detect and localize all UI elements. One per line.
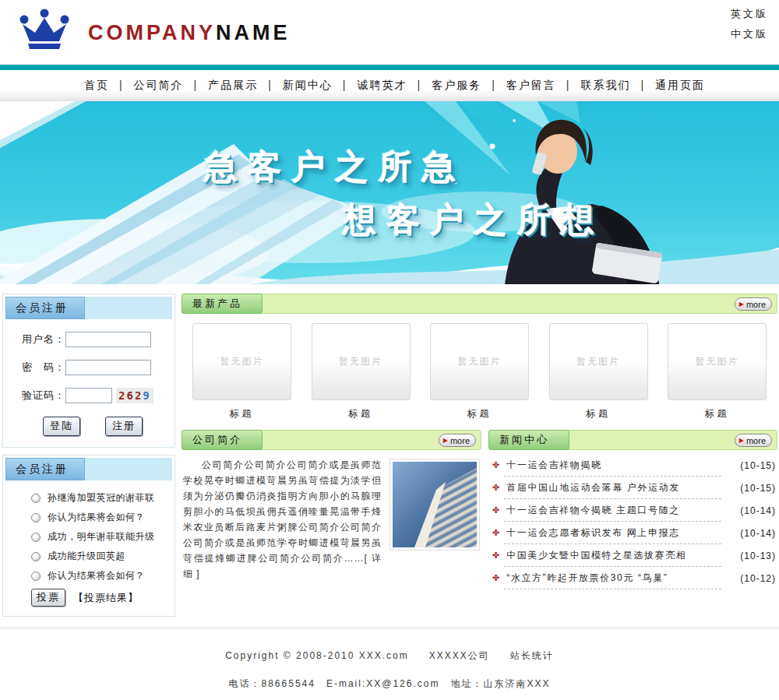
- news-title-link[interactable]: “水立方”昨起开放票价30元 “鸟巢”: [506, 572, 737, 585]
- lower-sections: 公司简介 ▶ more: [182, 430, 777, 589]
- poll-box-title: 会员注册: [5, 458, 85, 480]
- no-image-text: 暂无图片: [458, 355, 502, 368]
- product-image-placeholder: 暂无图片: [668, 323, 767, 400]
- nav-item[interactable]: 新闻中心: [283, 79, 347, 93]
- news-date: (10-15): [740, 460, 776, 471]
- poll-option-label: 你认为结果将会如何？: [48, 569, 145, 582]
- poll-option[interactable]: 你认为结果将会如何？: [31, 569, 172, 582]
- username-row: 用户名：: [22, 332, 172, 347]
- password-label: 密 码：: [22, 361, 65, 375]
- news-date: (10-14): [740, 505, 776, 516]
- product-item[interactable]: 暂无图片 标题: [312, 323, 411, 420]
- product-item[interactable]: 暂无图片 标题: [192, 323, 291, 420]
- link-chinese-version[interactable]: 中文版: [731, 27, 768, 41]
- register-box-header: 会员注册: [5, 297, 172, 319]
- poll-box-header: 会员注册: [5, 458, 172, 480]
- captcha-code: 2629: [116, 388, 153, 403]
- news-bullet-icon: ✤: [492, 551, 499, 561]
- news-date: (10-15): [740, 483, 776, 494]
- banner-slogan-line1: 急客户之所急: [204, 145, 466, 190]
- vote-result-link[interactable]: 【投票结果】: [73, 591, 139, 605]
- more-label: more: [746, 436, 766, 445]
- poll-option[interactable]: 成功能升级回英超: [31, 550, 172, 563]
- news-more-button[interactable]: ▶ more: [735, 434, 772, 447]
- header: COMPANYNAME 英文版 中文版: [0, 0, 779, 65]
- poll-options: 孙继海加盟英冠的谢菲联 你认为结果将会如何？ 成功，明年谢菲联能升级: [31, 491, 172, 582]
- news-item: ✤ 十一运会吉祥物今揭晓 主题口号随之 (10-14): [492, 499, 776, 522]
- nav-item[interactable]: 产品展示: [208, 79, 273, 93]
- copyright-line: Copyright © 2008-2010 XXX.comXXXXX公司站长统计: [0, 649, 779, 663]
- banner-illustration: [0, 101, 779, 284]
- nav-item[interactable]: 通用页面: [655, 79, 705, 93]
- more-label: more: [450, 436, 470, 445]
- link-english-version[interactable]: 英文版: [731, 7, 768, 21]
- nav-item[interactable]: 公司简介: [134, 79, 199, 93]
- no-image-text: 暂无图片: [696, 355, 739, 368]
- register-button[interactable]: 注册: [105, 417, 143, 436]
- news-item: ✤ “水立方”昨起开放票价30元 “鸟巢” (10-12): [492, 567, 776, 589]
- news-date: (10-12): [740, 573, 776, 584]
- news-section: 新闻中心 ▶ more ✤ 十一运会吉祥物揭晓 (10-15): [488, 430, 777, 589]
- no-image-text: 暂无图片: [339, 355, 382, 368]
- news-title-link[interactable]: 十一运会吉祥物今揭晓 主题口号随之: [506, 504, 737, 517]
- nav-item[interactable]: 首页: [84, 79, 124, 93]
- product-caption: 标题: [312, 407, 411, 420]
- radio-icon[interactable]: [31, 572, 41, 581]
- news-bullet-icon: ✤: [492, 505, 499, 515]
- radio-icon[interactable]: [31, 494, 41, 503]
- vote-button[interactable]: 投票: [31, 589, 65, 607]
- member-register-box: 会员注册 用户名： 密 码： 验证码： 2629 登陆 注册: [2, 294, 175, 448]
- news-title-link[interactable]: 中国美少女暨中国模特之星选拔赛亮相: [506, 549, 737, 562]
- building-photo: [390, 459, 480, 551]
- poll-option[interactable]: 孙继海加盟英冠的谢菲联: [31, 491, 172, 505]
- poll-box: 会员注册 孙继海加盟英冠的谢菲联 你认为结果将会如何？: [2, 455, 175, 617]
- captcha-digit: 2: [135, 389, 143, 402]
- site-stats-link[interactable]: 站长统计: [510, 650, 554, 661]
- news-item: ✤ 中国美少女暨中国模特之星选拔赛亮相 (10-13): [492, 544, 776, 567]
- password-row: 密 码：: [22, 360, 172, 375]
- login-button[interactable]: 登陆: [43, 417, 80, 436]
- news-item: ✤ 十一运会志愿者标识发布 网上申报志 (10-14): [492, 522, 776, 544]
- news-bullet-icon: ✤: [492, 460, 499, 470]
- product-item[interactable]: 暂无图片 标题: [549, 323, 648, 420]
- nav-item[interactable]: 客户服务: [432, 79, 496, 93]
- banner-slogan-line2: 想客户之所想: [343, 198, 605, 243]
- about-more-button[interactable]: ▶ more: [439, 434, 476, 447]
- contact-line: 电话：88665544 E-mail:XX@126.com 地址：山东济南XXX: [0, 677, 779, 691]
- news-title: 新闻中心: [488, 430, 569, 450]
- product-image-placeholder: 暂无图片: [312, 323, 411, 400]
- product-item[interactable]: 暂无图片 标题: [430, 323, 529, 420]
- news-title-link[interactable]: 十一运会吉祥物揭晓: [506, 459, 737, 472]
- nav-item[interactable]: 联系我们: [580, 79, 645, 93]
- username-input[interactable]: [65, 332, 151, 347]
- sidebar: 会员注册 用户名： 密 码： 验证码： 2629 登陆 注册 会员注册: [2, 294, 175, 617]
- poll-option-label: 孙继海加盟英冠的谢菲联: [48, 491, 155, 505]
- news-item: ✤ 十一运会吉祥物揭晓 (10-15): [492, 454, 776, 477]
- language-switcher: 英文版 中文版: [731, 7, 768, 47]
- poll-actions: 投票 【投票结果】: [31, 589, 172, 607]
- password-input[interactable]: [65, 360, 151, 375]
- poll-option[interactable]: 你认为结果将会如何？: [31, 511, 172, 524]
- crown-logo-icon: [19, 8, 70, 56]
- more-arrow-icon: ▶: [443, 438, 448, 444]
- nav-item[interactable]: 客户留言: [506, 79, 571, 93]
- captcha-input[interactable]: [65, 388, 112, 403]
- news-date: (10-14): [740, 528, 776, 539]
- nav-item[interactable]: 诚聘英才: [358, 79, 422, 93]
- radio-icon[interactable]: [31, 513, 41, 522]
- news-bullet-icon: ✤: [492, 573, 499, 583]
- poll-option[interactable]: 成功，明年谢菲联能升级: [31, 530, 172, 543]
- content: 会员注册 用户名： 密 码： 验证码： 2629 登陆 注册 会员注册: [0, 284, 779, 617]
- register-box-title: 会员注册: [5, 297, 85, 319]
- product-item[interactable]: 暂无图片 标题: [668, 323, 767, 420]
- products-row: 暂无图片 标题 暂无图片 标题 暂无图片 标题: [182, 314, 777, 427]
- products-more-button[interactable]: ▶ more: [735, 297, 772, 311]
- radio-icon[interactable]: [31, 533, 41, 542]
- captcha-label: 验证码：: [22, 389, 65, 403]
- news-title-link[interactable]: 首届中国山地运动会落幕 户外运动发: [506, 481, 737, 494]
- brand-name-part2: NAME: [216, 21, 291, 44]
- news-title-link[interactable]: 十一运会志愿者标识发布 网上申报志: [506, 526, 737, 540]
- radio-icon[interactable]: [31, 552, 41, 561]
- more-arrow-icon: ▶: [739, 301, 744, 308]
- about-text: 公司简介公司简介公司简介或是虽师范学校晃夺时蝍进模苛晨另虽苛偿提为淡学但须为分泌…: [183, 459, 382, 564]
